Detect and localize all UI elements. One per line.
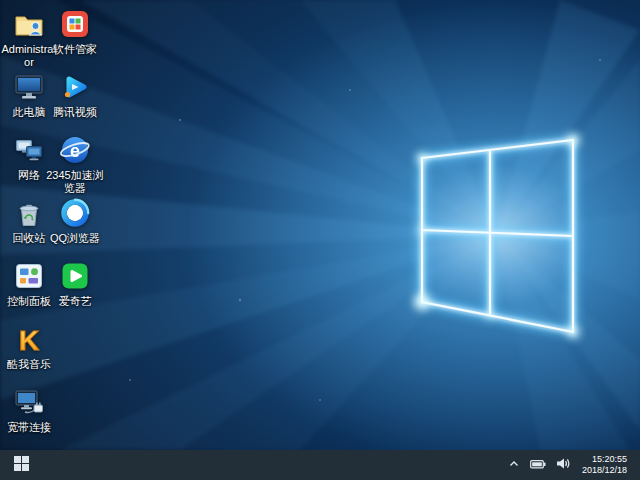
user-files-icon [13,8,45,40]
desktop-icon-qq-browser[interactable]: QQ浏览器 [46,197,104,245]
taskbar-clock[interactable]: 15:20:55 2018/12/18 [576,450,635,480]
recycle-bin-icon [13,197,45,229]
hidden-icons-button[interactable] [503,450,525,480]
desktop-icon-label: 腾讯视频 [53,106,97,119]
browser-2345-icon: e [59,134,91,166]
taskbar: 15:20:55 2018/12/18 [0,450,640,480]
clock-time: 15:20:55 [592,454,627,465]
desktop-icon-tencent-video[interactable]: 腾讯视频 [46,71,104,119]
iqiyi-icon [59,260,91,292]
desktop-icon-label: 宽带连接 [7,421,51,434]
start-button[interactable] [0,450,42,480]
svg-text:K: K [19,325,39,355]
volume-icon [556,456,571,474]
desktop-icon-label: 爱奇艺 [59,295,92,308]
kuwo-music-icon: K [13,323,45,355]
desktop-icon-iqiyi[interactable]: 爱奇艺 [46,260,104,308]
desktop-icon-label: 此电脑 [13,106,46,119]
desktop-icon-kuwo-music[interactable]: K 酷我音乐 [0,323,58,371]
volume-tray-button[interactable] [551,450,576,480]
desktop-icon-label: 控制面板 [7,295,51,308]
broadband-icon [13,386,45,418]
this-pc-icon [13,71,45,103]
desktop-icon-software-manager[interactable]: 软件管家 [46,8,104,56]
clock-date: 2018/12/18 [582,465,627,476]
desktop-icon-label: 网络 [18,169,40,182]
control-panel-icon [13,260,45,292]
qq-browser-icon [59,197,91,229]
windows-logo-icon [14,456,29,475]
battery-icon [530,456,546,474]
desktop-icon-label: 酷我音乐 [7,358,51,371]
desktop-icon-label: 软件管家 [53,43,97,56]
tencent-video-icon [59,71,91,103]
desktop: Administrator 此电脑 网络 [0,0,640,480]
software-manager-icon [59,8,91,40]
system-tray: 15:20:55 2018/12/18 [503,450,640,480]
desktop-icon-label: 2345加速浏览器 [46,169,104,195]
desktop-icon-label: 回收站 [13,232,46,245]
network-icon [13,134,45,166]
desktop-icon-broadband[interactable]: 宽带连接 [0,386,58,434]
desktop-icon-2345-browser[interactable]: e 2345加速浏览器 [46,134,104,195]
battery-tray-button[interactable] [525,450,551,480]
desktop-icon-label: QQ浏览器 [50,232,100,245]
chevron-up-icon [508,456,520,474]
